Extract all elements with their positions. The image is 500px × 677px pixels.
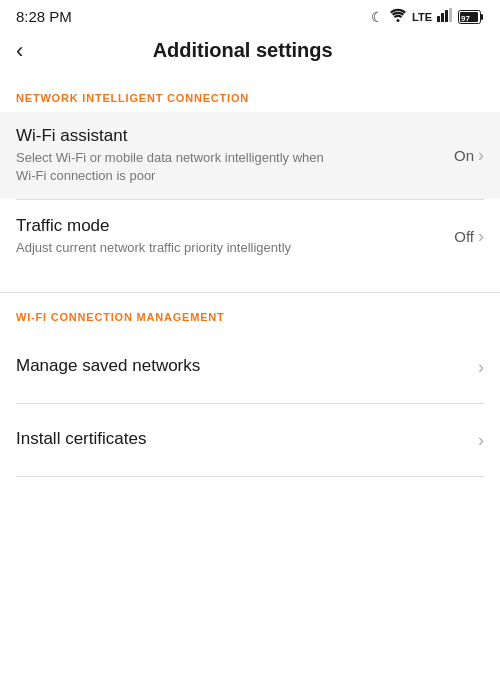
wifi-assistant-value: On	[454, 147, 474, 164]
svg-rect-3	[445, 10, 448, 22]
page-title: Additional settings	[39, 39, 446, 62]
section-label-network: NETWORK INTELLIGENT CONNECTION	[0, 74, 500, 112]
install-certs-title: Install certificates	[16, 429, 470, 449]
wifi-assistant-chevron-icon: ›	[478, 145, 484, 166]
manage-networks-title: Manage saved networks	[16, 356, 470, 376]
battery-icon: 97	[458, 10, 484, 24]
svg-text:97: 97	[461, 14, 470, 23]
svg-rect-7	[481, 14, 483, 20]
settings-item-manage-networks[interactable]: Manage saved networks ›	[0, 331, 500, 403]
section-label-wifi-mgmt: WI-FI CONNECTION MANAGEMENT	[0, 293, 500, 331]
moon-icon: ☾	[371, 9, 384, 25]
settings-item-traffic-mode[interactable]: Traffic mode Adjust current network traf…	[0, 200, 500, 272]
traffic-mode-desc: Adjust current network traffic priority …	[16, 239, 336, 257]
traffic-mode-value: Off	[454, 228, 474, 245]
status-bar: 8:28 PM ☾ LTE	[0, 0, 500, 31]
svg-rect-4	[449, 8, 452, 22]
install-certs-right: ›	[478, 430, 484, 451]
wifi-assistant-content: Wi-Fi assistant Select Wi-Fi or mobile d…	[16, 126, 446, 185]
svg-rect-2	[441, 13, 444, 22]
install-certs-content: Install certificates	[16, 429, 470, 452]
divider-3	[16, 476, 484, 477]
traffic-mode-right: Off ›	[454, 226, 484, 247]
toolbar: ‹ Additional settings	[0, 31, 500, 74]
traffic-mode-chevron-icon: ›	[478, 226, 484, 247]
manage-networks-chevron-icon: ›	[478, 357, 484, 378]
spacing-1	[0, 272, 500, 292]
wifi-assistant-title: Wi-Fi assistant	[16, 126, 446, 146]
signal-bars-icon	[437, 8, 453, 25]
svg-rect-1	[437, 16, 440, 22]
wifi-assistant-right: On ›	[454, 145, 484, 166]
settings-item-wifi-assistant[interactable]: Wi-Fi assistant Select Wi-Fi or mobile d…	[0, 112, 500, 199]
status-icons: ☾ LTE 97	[371, 8, 484, 25]
manage-networks-right: ›	[478, 357, 484, 378]
settings-item-install-certs[interactable]: Install certificates ›	[0, 404, 500, 476]
traffic-mode-content: Traffic mode Adjust current network traf…	[16, 216, 446, 257]
traffic-mode-title: Traffic mode	[16, 216, 446, 236]
status-time: 8:28 PM	[16, 8, 72, 25]
wifi-assistant-desc: Select Wi-Fi or mobile data network inte…	[16, 149, 336, 185]
network-icon: LTE	[412, 11, 432, 23]
install-certs-chevron-icon: ›	[478, 430, 484, 451]
svg-point-0	[397, 19, 400, 22]
back-button[interactable]: ‹	[16, 40, 23, 62]
wifi-icon	[389, 8, 407, 25]
manage-networks-content: Manage saved networks	[16, 356, 470, 379]
